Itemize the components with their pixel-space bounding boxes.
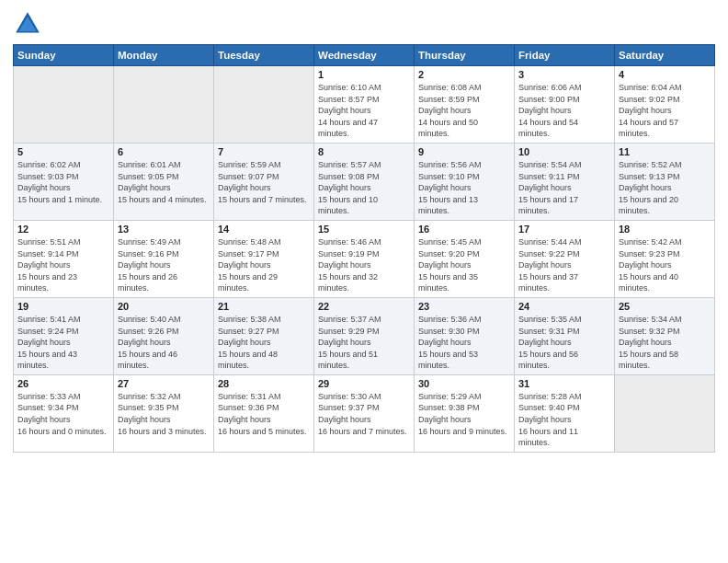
header-row: Sunday Monday Tuesday Wednesday Thursday… — [14, 45, 715, 66]
day-number: 7 — [218, 146, 310, 157]
calendar-cell: 30Sunrise: 5:29 AMSunset: 9:38 PMDayligh… — [415, 374, 515, 452]
day-number: 14 — [218, 224, 310, 235]
day-number: 1 — [318, 69, 410, 80]
header — [13, 9, 715, 39]
day-info: Sunrise: 5:42 AMSunset: 9:23 PMDaylight … — [619, 236, 711, 294]
calendar-cell: 21Sunrise: 5:38 AMSunset: 9:27 PMDayligh… — [214, 297, 314, 374]
calendar-cell — [114, 66, 214, 144]
calendar-week-4: 26Sunrise: 5:33 AMSunset: 9:34 PMDayligh… — [14, 374, 715, 452]
calendar-cell — [14, 66, 114, 144]
day-info: Sunrise: 5:40 AMSunset: 9:26 PMDaylight … — [118, 314, 210, 372]
day-info: Sunrise: 6:10 AMSunset: 8:57 PMDaylight … — [318, 82, 410, 140]
day-info: Sunrise: 5:51 AMSunset: 9:14 PMDaylight … — [17, 236, 109, 294]
calendar-cell: 16Sunrise: 5:45 AMSunset: 9:20 PMDayligh… — [415, 220, 515, 297]
calendar-cell: 22Sunrise: 5:37 AMSunset: 9:29 PMDayligh… — [314, 297, 415, 374]
calendar-cell: 29Sunrise: 5:30 AMSunset: 9:37 PMDayligh… — [314, 374, 415, 452]
calendar-cell: 27Sunrise: 5:32 AMSunset: 9:35 PMDayligh… — [114, 374, 214, 452]
day-number: 31 — [518, 378, 610, 389]
calendar-cell: 20Sunrise: 5:40 AMSunset: 9:26 PMDayligh… — [114, 297, 214, 374]
day-info: Sunrise: 6:01 AMSunset: 9:05 PMDaylight … — [118, 159, 210, 205]
calendar-cell: 9Sunrise: 5:56 AMSunset: 9:10 PMDaylight… — [415, 143, 515, 220]
day-info: Sunrise: 5:54 AMSunset: 9:11 PMDaylight … — [518, 159, 610, 217]
day-number: 27 — [118, 378, 210, 389]
header-thursday: Thursday — [415, 45, 515, 66]
day-info: Sunrise: 5:36 AMSunset: 9:30 PMDaylight … — [418, 314, 510, 372]
calendar-cell: 3Sunrise: 6:06 AMSunset: 9:00 PMDaylight… — [515, 66, 615, 144]
calendar-week-1: 5Sunrise: 6:02 AMSunset: 9:03 PMDaylight… — [14, 143, 715, 220]
day-number: 16 — [418, 224, 510, 235]
calendar-cell: 8Sunrise: 5:57 AMSunset: 9:08 PMDaylight… — [314, 143, 415, 220]
logo-icon — [13, 9, 42, 39]
day-info: Sunrise: 5:49 AMSunset: 9:16 PMDaylight … — [118, 236, 210, 294]
header-wednesday: Wednesday — [314, 45, 415, 66]
calendar-cell: 28Sunrise: 5:31 AMSunset: 9:36 PMDayligh… — [214, 374, 314, 452]
day-number: 12 — [17, 224, 109, 235]
page: Sunday Monday Tuesday Wednesday Thursday… — [0, 0, 728, 563]
day-info: Sunrise: 5:33 AMSunset: 9:34 PMDaylight … — [17, 391, 109, 437]
day-number: 4 — [619, 69, 711, 80]
calendar-cell: 25Sunrise: 5:34 AMSunset: 9:32 PMDayligh… — [615, 297, 715, 374]
day-number: 10 — [518, 146, 610, 157]
calendar-cell: 5Sunrise: 6:02 AMSunset: 9:03 PMDaylight… — [14, 143, 114, 220]
day-number: 29 — [318, 378, 410, 389]
day-number: 25 — [619, 301, 711, 312]
day-number: 30 — [418, 378, 510, 389]
day-info: Sunrise: 5:46 AMSunset: 9:19 PMDaylight … — [318, 236, 410, 294]
header-sunday: Sunday — [14, 45, 114, 66]
day-info: Sunrise: 5:37 AMSunset: 9:29 PMDaylight … — [318, 314, 410, 372]
day-number: 5 — [17, 146, 109, 157]
day-info: Sunrise: 5:59 AMSunset: 9:07 PMDaylight … — [218, 159, 310, 205]
day-info: Sunrise: 5:45 AMSunset: 9:20 PMDaylight … — [418, 236, 510, 294]
calendar-cell — [615, 374, 715, 452]
calendar-cell: 19Sunrise: 5:41 AMSunset: 9:24 PMDayligh… — [14, 297, 114, 374]
day-info: Sunrise: 5:29 AMSunset: 9:38 PMDaylight … — [418, 391, 510, 437]
calendar-cell: 15Sunrise: 5:46 AMSunset: 9:19 PMDayligh… — [314, 220, 415, 297]
day-number: 22 — [318, 301, 410, 312]
day-info: Sunrise: 5:56 AMSunset: 9:10 PMDaylight … — [418, 159, 510, 217]
calendar-cell: 17Sunrise: 5:44 AMSunset: 9:22 PMDayligh… — [515, 220, 615, 297]
calendar-cell: 24Sunrise: 5:35 AMSunset: 9:31 PMDayligh… — [515, 297, 615, 374]
day-info: Sunrise: 5:32 AMSunset: 9:35 PMDaylight … — [118, 391, 210, 437]
day-info: Sunrise: 6:08 AMSunset: 8:59 PMDaylight … — [418, 82, 510, 140]
calendar-header: Sunday Monday Tuesday Wednesday Thursday… — [14, 45, 715, 66]
day-info: Sunrise: 5:48 AMSunset: 9:17 PMDaylight … — [218, 236, 310, 294]
day-number: 13 — [118, 224, 210, 235]
day-info: Sunrise: 5:41 AMSunset: 9:24 PMDaylight … — [17, 314, 109, 372]
day-info: Sunrise: 5:31 AMSunset: 9:36 PMDaylight … — [218, 391, 310, 437]
day-number: 21 — [218, 301, 310, 312]
day-number: 11 — [619, 146, 711, 157]
header-tuesday: Tuesday — [214, 45, 314, 66]
calendar-cell: 1Sunrise: 6:10 AMSunset: 8:57 PMDaylight… — [314, 66, 415, 144]
day-info: Sunrise: 6:06 AMSunset: 9:00 PMDaylight … — [518, 82, 610, 140]
calendar-week-3: 19Sunrise: 5:41 AMSunset: 9:24 PMDayligh… — [14, 297, 715, 374]
day-number: 19 — [17, 301, 109, 312]
day-info: Sunrise: 5:34 AMSunset: 9:32 PMDaylight … — [619, 314, 711, 372]
calendar-cell: 4Sunrise: 6:04 AMSunset: 9:02 PMDaylight… — [615, 66, 715, 144]
day-info: Sunrise: 5:35 AMSunset: 9:31 PMDaylight … — [518, 314, 610, 372]
calendar-cell: 10Sunrise: 5:54 AMSunset: 9:11 PMDayligh… — [515, 143, 615, 220]
day-info: Sunrise: 5:28 AMSunset: 9:40 PMDaylight … — [518, 391, 610, 449]
calendar-cell: 18Sunrise: 5:42 AMSunset: 9:23 PMDayligh… — [615, 220, 715, 297]
calendar-cell: 12Sunrise: 5:51 AMSunset: 9:14 PMDayligh… — [14, 220, 114, 297]
calendar-cell: 7Sunrise: 5:59 AMSunset: 9:07 PMDaylight… — [214, 143, 314, 220]
day-info: Sunrise: 5:57 AMSunset: 9:08 PMDaylight … — [318, 159, 410, 217]
day-number: 20 — [118, 301, 210, 312]
calendar-cell: 2Sunrise: 6:08 AMSunset: 8:59 PMDaylight… — [415, 66, 515, 144]
calendar-week-0: 1Sunrise: 6:10 AMSunset: 8:57 PMDaylight… — [14, 66, 715, 144]
day-number: 6 — [118, 146, 210, 157]
calendar-week-2: 12Sunrise: 5:51 AMSunset: 9:14 PMDayligh… — [14, 220, 715, 297]
header-saturday: Saturday — [615, 45, 715, 66]
day-number: 26 — [17, 378, 109, 389]
day-number: 8 — [318, 146, 410, 157]
calendar-cell: 31Sunrise: 5:28 AMSunset: 9:40 PMDayligh… — [515, 374, 615, 452]
day-info: Sunrise: 5:52 AMSunset: 9:13 PMDaylight … — [619, 159, 711, 217]
day-number: 24 — [518, 301, 610, 312]
calendar-cell: 26Sunrise: 5:33 AMSunset: 9:34 PMDayligh… — [14, 374, 114, 452]
day-number: 23 — [418, 301, 510, 312]
calendar-cell: 23Sunrise: 5:36 AMSunset: 9:30 PMDayligh… — [415, 297, 515, 374]
day-number: 17 — [518, 224, 610, 235]
calendar-table: Sunday Monday Tuesday Wednesday Thursday… — [13, 44, 715, 453]
calendar-body: 1Sunrise: 6:10 AMSunset: 8:57 PMDaylight… — [14, 66, 715, 453]
day-number: 2 — [418, 69, 510, 80]
calendar-cell: 11Sunrise: 5:52 AMSunset: 9:13 PMDayligh… — [615, 143, 715, 220]
